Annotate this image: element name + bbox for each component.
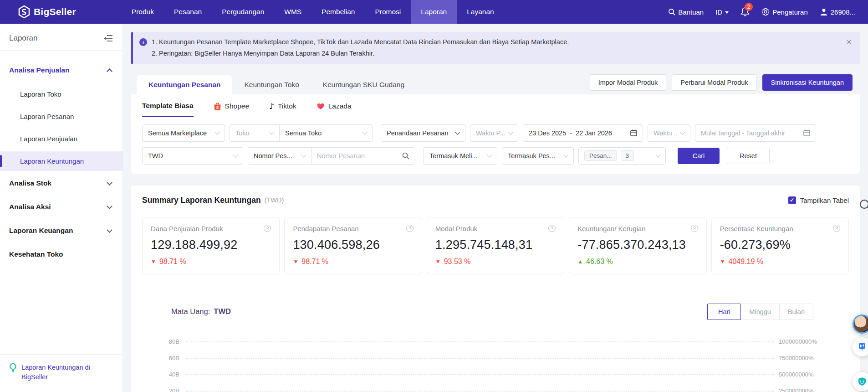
y-axis-left-tick: 80B xyxy=(142,338,186,345)
reset-button[interactable]: Reset xyxy=(727,148,770,164)
stat-value: 129.188.499,92 xyxy=(151,238,271,252)
sidebar-item-laporan-toko[interactable]: Laporan Toko xyxy=(0,84,123,104)
sidebar-group-analisa-aksi[interactable]: Analisa Aksi xyxy=(0,197,123,217)
order-number-search[interactable] xyxy=(311,147,415,165)
search-icon[interactable] xyxy=(402,152,409,160)
sidebar-group-laporan-keuangan[interactable]: Laporan Keuangan xyxy=(0,221,123,240)
subtab-shopee[interactable]: S Shopee xyxy=(214,102,249,117)
chevron-down-icon xyxy=(455,129,460,134)
zoom-search-icon[interactable] xyxy=(859,199,868,212)
impor-modal-produk-button[interactable]: Impor Modal Produk xyxy=(590,74,667,91)
stat-label: Modal Produk xyxy=(435,225,478,232)
nav-item-layanan[interactable]: Layanan xyxy=(457,0,504,24)
termasuk-pes-select[interactable]: Termasuk Pes... xyxy=(502,147,574,165)
stat-change: 98.71 % xyxy=(159,258,186,266)
stat-modal-produk: Modal Produk ? 1.295.745.148,31 93.53 % xyxy=(427,217,564,274)
nav-item-produk[interactable]: Produk xyxy=(122,0,164,24)
notifications-button[interactable]: 2 xyxy=(740,7,750,17)
language-selector[interactable]: ID xyxy=(715,8,729,16)
sidebar-group-analisa-stok[interactable]: Analisa Stok xyxy=(0,174,123,193)
date-range-picker[interactable]: 23 Des 2025 - 22 Jan 2026 xyxy=(523,124,643,142)
nav-item-laporan[interactable]: Laporan xyxy=(411,0,457,24)
order-number-input[interactable] xyxy=(317,152,398,160)
toko-select[interactable]: Semua Toko xyxy=(280,124,373,142)
chevron-down-icon xyxy=(362,129,367,134)
sidebar-group-kesehatan-toko[interactable]: Kesehatan Toko xyxy=(0,245,123,264)
support-avatar[interactable] xyxy=(853,315,868,334)
sidebar-item-laporan-pesanan[interactable]: Laporan Pesanan xyxy=(0,107,123,126)
summary-stats: Dana Penjualan Produk ? 129.188.499,92 9… xyxy=(142,217,849,274)
brand-name: BigSeller xyxy=(34,6,76,17)
waktu-type-select[interactable]: Waktu P... xyxy=(470,124,518,142)
checkbox-checked-icon[interactable] xyxy=(788,196,796,204)
decrease-icon xyxy=(435,258,441,265)
help-circle-icon[interactable]: ? xyxy=(406,225,414,232)
stat-value: -77.865.370.243,13 xyxy=(577,238,698,252)
assistant-widget-button[interactable] xyxy=(853,372,868,391)
tab-keuntungan-sku-gudang[interactable]: Keuntungan SKU Gudang xyxy=(311,75,416,94)
help-circle-icon[interactable]: ? xyxy=(691,225,698,232)
nav-item-pergudangan[interactable]: Pergudangan xyxy=(212,0,274,24)
help-circle-icon[interactable]: ? xyxy=(264,225,271,232)
user-id: 26908... xyxy=(831,8,855,16)
stat-persentase-keuntungan: Persentase Keuntungan ? -60.273,69% 4049… xyxy=(711,217,849,274)
tab-keuntungan-toko[interactable]: Keuntungan Toko xyxy=(232,75,311,94)
currency-select[interactable]: TWD xyxy=(142,147,243,165)
help-circle-icon[interactable]: ? xyxy=(833,225,840,232)
subtab-tiktok[interactable]: ♪ Tiktok xyxy=(269,102,296,117)
info-icon: i xyxy=(139,38,147,46)
perbarui-modal-produk-button[interactable]: Perbarui Modal Produk xyxy=(672,74,756,91)
subtab-lazada[interactable]: Lazada xyxy=(317,102,352,116)
sidebar-footer-link[interactable]: Laporan Keuntungan di BigSeller xyxy=(21,363,112,382)
penandaan-pesanan-select[interactable]: Penandaan Pesanan xyxy=(381,124,465,142)
shopee-icon: S xyxy=(214,102,221,111)
waktu-type-value: Waktu P... xyxy=(476,129,505,137)
subtab-template-biasa[interactable]: Template Biasa xyxy=(142,102,194,117)
help-link[interactable]: Bantuan xyxy=(668,8,704,16)
close-icon[interactable]: × xyxy=(846,37,852,46)
sidebar-group-analisa-penjualan[interactable]: Analisa Penjualan xyxy=(0,61,123,80)
user-account[interactable]: 26908... xyxy=(820,8,855,16)
stat-label: Persentase Keuntungan xyxy=(720,225,793,232)
brand[interactable]: BigSeller xyxy=(18,5,76,18)
date-separator: - xyxy=(570,129,572,137)
sidebar-collapse-icon[interactable] xyxy=(104,35,112,42)
chevron-down-icon xyxy=(563,152,568,157)
tampilkan-tabel-checkbox[interactable]: Tampilkan Tabel xyxy=(788,196,849,204)
nav-item-wms[interactable]: WMS xyxy=(274,0,311,24)
nomor-type-select[interactable]: Nomor Pes... xyxy=(248,147,311,165)
period-minggu-button[interactable]: Minggu xyxy=(740,304,780,320)
chevron-down-icon xyxy=(508,129,513,134)
waktu2-type-select[interactable]: Waktu ... xyxy=(648,124,690,142)
chart-currency-label: Mata Uang:TWD xyxy=(171,307,231,316)
user-icon xyxy=(820,8,828,16)
marketplace-select[interactable]: Semua Marketplace xyxy=(142,124,225,142)
nav-item-promosi[interactable]: Promosi xyxy=(365,0,411,24)
pesanan-multiselect[interactable]: Pesan... 3 xyxy=(578,147,666,165)
stat-value: -60.273,69% xyxy=(720,238,840,252)
date-range-picker-2[interactable]: Mulai tanggal - Tanggal akhir xyxy=(695,124,816,142)
tab-keuntungan-pesanan[interactable]: Keuntungan Pesanan xyxy=(137,75,232,94)
chevron-down-icon xyxy=(107,227,112,233)
termasuk-meli-select[interactable]: Termasuk Meli... xyxy=(424,147,497,165)
help-circle-icon[interactable]: ? xyxy=(548,225,556,232)
chat-widget-button[interactable] xyxy=(853,337,868,356)
settings-button[interactable]: Pengaturan xyxy=(761,8,808,16)
sidebar-item-laporan-penjualan[interactable]: Laporan Penjualan xyxy=(0,129,123,149)
stat-label: Pendapatan Pesanan xyxy=(293,225,358,232)
summary-title: Summary Laporan Keuntungan xyxy=(142,196,261,205)
termasuk-meli-value: Termasuk Meli... xyxy=(429,152,484,160)
nav-item-pembelian[interactable]: Pembelian xyxy=(311,0,365,24)
period-hari-button[interactable]: Hari xyxy=(707,304,741,320)
sidebar-group-label: Kesehatan Toko xyxy=(9,250,63,258)
period-bulan-button[interactable]: Bulan xyxy=(779,304,813,320)
chart-header: Mata Uang:TWD Hari Minggu Bulan xyxy=(142,304,849,320)
sinkronisasi-keuntungan-button[interactable]: Sinkronisasi Keuntungan xyxy=(762,74,853,91)
toko-type-select[interactable]: Toko xyxy=(230,124,280,142)
pesanan-count-tag: 3 xyxy=(621,150,634,161)
sidebar-item-laporan-keuntungan[interactable]: Laporan Keuntungan xyxy=(0,151,123,171)
banner-line-2: 2. Peringatan: BigSeller Hanya Menyimpan… xyxy=(152,48,842,59)
stat-value: 1.295.745.148,31 xyxy=(435,238,556,252)
cari-button[interactable]: Cari xyxy=(678,148,720,164)
nav-item-pesanan[interactable]: Pesanan xyxy=(164,0,212,24)
